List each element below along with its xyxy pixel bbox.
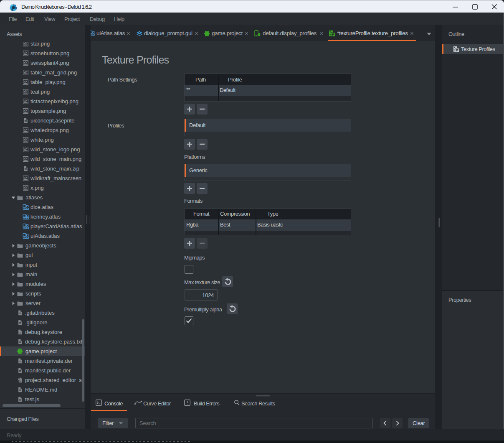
svg-text:i: i [19,378,19,380]
